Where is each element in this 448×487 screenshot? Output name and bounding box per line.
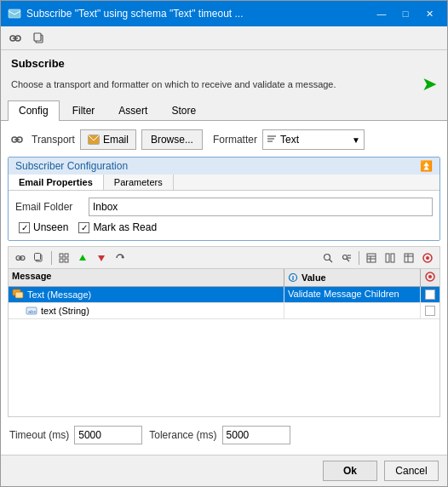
- table-body: Text (Message) Validate Message Children…: [9, 287, 439, 416]
- table-search-btn[interactable]: [319, 249, 336, 266]
- table-grid-btn[interactable]: [55, 249, 72, 266]
- subscriber-config-title: Subscriber Configuration: [15, 160, 128, 172]
- sub-tab-email-properties[interactable]: Email Properties: [9, 175, 104, 190]
- unseen-label: Unseen: [33, 221, 68, 233]
- title-bar: Subscribe "Text" using schema "Text" tim…: [1, 1, 447, 26]
- table-toolbar: [9, 247, 439, 269]
- col-header-value-text: Value: [302, 272, 326, 283]
- table-col-btn[interactable]: [382, 249, 399, 266]
- table-search2-btn[interactable]: [338, 249, 355, 266]
- formatter-select[interactable]: Text ▼: [262, 129, 365, 150]
- table-refresh-btn[interactable]: [112, 249, 129, 266]
- table-link-btn[interactable]: [12, 249, 29, 266]
- col-check-icon: [424, 271, 436, 283]
- toolbar-separator-1: [51, 251, 52, 265]
- app-icon: [8, 7, 21, 20]
- subscriber-config-header[interactable]: Subscriber Configuration ⏫: [9, 158, 439, 175]
- svg-point-27: [343, 255, 347, 259]
- table-toolbar-left: [12, 249, 129, 266]
- ok-button[interactable]: Ok: [323, 461, 377, 481]
- table-copy-icon: [34, 253, 44, 263]
- table-copy-btn[interactable]: [31, 249, 48, 266]
- row-checkbox[interactable]: [425, 289, 435, 300]
- sub-tab-content: Email Folder Unseen Mark as Read: [9, 191, 439, 240]
- message-row-icon: [12, 289, 24, 301]
- minimize-button[interactable]: —: [370, 5, 393, 22]
- timeout-input[interactable]: [74, 426, 142, 444]
- svg-rect-19: [65, 254, 68, 257]
- down-arrow-icon: [96, 253, 106, 263]
- table-cell-value: [284, 303, 421, 318]
- tab-config[interactable]: Config: [8, 100, 60, 121]
- tab-content: Transport Email Browse... Formatter Text…: [1, 121, 447, 455]
- table-cell-check: [421, 287, 439, 302]
- table-row[interactable]: Text (Message) Validate Message Children: [9, 287, 439, 303]
- unseen-checkbox[interactable]: [19, 222, 30, 233]
- up-arrow-icon: [78, 253, 88, 263]
- chain-icon: [11, 134, 23, 146]
- link-icon: [9, 32, 21, 44]
- toolbar-link-btn[interactable]: [6, 29, 25, 48]
- tab-filter[interactable]: Filter: [61, 100, 106, 120]
- table-down-btn[interactable]: [93, 249, 110, 266]
- mark-as-read-checkbox-item[interactable]: Mark as Read: [78, 221, 157, 233]
- col-header-check: [421, 269, 439, 286]
- svg-point-25: [325, 254, 330, 260]
- tolerance-input[interactable]: [222, 426, 290, 444]
- table-icon: [366, 253, 376, 263]
- browse-button[interactable]: Browse...: [141, 129, 203, 150]
- cancel-button[interactable]: Cancel: [384, 461, 439, 481]
- maximize-button[interactable]: □: [394, 5, 416, 22]
- close-button[interactable]: ✕: [418, 5, 440, 22]
- formatter-label: Formatter: [213, 134, 257, 146]
- string-row-icon: abc: [26, 305, 37, 317]
- window-controls: — □ ✕: [370, 5, 440, 22]
- svg-marker-22: [79, 255, 86, 261]
- search-icon: [323, 253, 333, 263]
- table-cell-message-text: Text (Message): [27, 289, 91, 300]
- table-header: Message Value: [9, 269, 439, 287]
- table-up-btn[interactable]: [74, 249, 91, 266]
- svg-line-26: [330, 259, 333, 262]
- unseen-check-icon: [21, 223, 28, 232]
- tab-store[interactable]: Store: [160, 100, 207, 120]
- svg-line-28: [347, 259, 349, 261]
- table-row[interactable]: abc text (String): [9, 303, 439, 319]
- row-checkbox[interactable]: [425, 306, 435, 316]
- formatter-value: Text: [280, 134, 299, 146]
- toolbar: [1, 26, 447, 50]
- email-folder-row: Email Folder: [15, 198, 433, 216]
- tab-assert[interactable]: Assert: [107, 100, 158, 120]
- subscriber-config-panel: Subscriber Configuration ⏫ Email Propert…: [8, 157, 440, 241]
- table-table-btn[interactable]: [363, 249, 380, 266]
- expand-icon: [404, 253, 414, 263]
- columns-icon: [385, 253, 395, 263]
- toolbar-copy-btn[interactable]: [30, 29, 49, 48]
- table-cell-message: Text (Message): [9, 287, 284, 302]
- chevron-down-icon: ▼: [352, 135, 360, 145]
- table-expand-btn[interactable]: [400, 249, 417, 266]
- email-button[interactable]: Email: [80, 129, 136, 150]
- unseen-checkbox-item[interactable]: Unseen: [19, 221, 68, 233]
- svg-rect-17: [35, 253, 41, 260]
- envelope-icon: [88, 135, 100, 145]
- window-title: Subscribe "Text" using schema "Text" tim…: [26, 8, 370, 20]
- mark-as-read-checkbox[interactable]: [78, 222, 89, 233]
- svg-text:abc: abc: [28, 309, 37, 314]
- table-link-icon: [15, 253, 26, 263]
- sub-tab-parameters[interactable]: Parameters: [104, 175, 174, 190]
- col-header-message: Message: [9, 269, 284, 286]
- transport-link-icon[interactable]: [8, 130, 26, 149]
- svg-rect-21: [65, 259, 68, 262]
- svg-point-41: [426, 256, 429, 260]
- table-check-btn[interactable]: [419, 249, 436, 266]
- copy-icon: [33, 32, 45, 44]
- svg-rect-20: [60, 259, 63, 262]
- email-label: Email: [103, 134, 129, 146]
- grid-icon: [59, 253, 69, 263]
- check-target-icon: [422, 252, 434, 264]
- table-cell-message-text: text (String): [41, 306, 89, 316]
- tab-bar: Config Filter Assert Store: [1, 100, 447, 121]
- collapse-icon: ⏫: [420, 160, 433, 172]
- email-folder-input[interactable]: [89, 198, 433, 216]
